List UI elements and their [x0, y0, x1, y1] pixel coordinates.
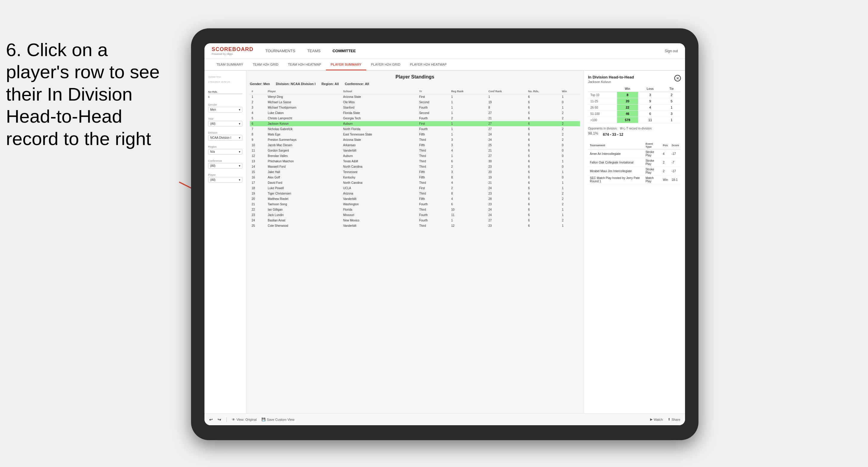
h2h-col-win: Win	[617, 86, 638, 92]
year-dropdown[interactable]: (All) ▾	[208, 121, 242, 127]
cell-player: Jack Lundin	[266, 213, 341, 218]
h2h-win: 46	[617, 111, 638, 117]
table-row[interactable]: 13 Phichakun Maichon Texas A&M Third 6 3…	[250, 159, 580, 164]
table-row[interactable]: 16 Alex Goff Kentucky Fifth 8 19 6 0	[250, 175, 580, 180]
share-btn[interactable]: ⬆ Share	[668, 417, 680, 421]
cell-conf-rank: 21	[487, 148, 526, 153]
table-row[interactable]: 12 Brendan Valles Auburn Third 1 27 6 0	[250, 153, 580, 159]
player-dropdown[interactable]: (All) ▾	[208, 177, 242, 183]
table-row[interactable]: 9 Preston Summerhays Arizona State Third…	[250, 137, 580, 143]
filters-sidebar: Update time: 27/03/2024 16:56:26 No Rds.…	[205, 71, 246, 413]
nav-sign-out[interactable]: Sign out	[665, 49, 678, 53]
table-row[interactable]: 6 Jackson Koivun Auburn First 1 27 6 2	[250, 121, 580, 127]
cell-win: 1	[560, 207, 580, 213]
cell-yr: Fifth	[417, 175, 449, 180]
cell-reg-rank: 1	[449, 132, 487, 137]
cell-rank: 18	[250, 186, 266, 191]
tab-team-summary[interactable]: TEAM SUMMARY	[212, 59, 248, 70]
cell-rank: 24	[250, 218, 266, 223]
cell-player: Luke Powell	[266, 186, 341, 191]
table-row[interactable]: 8 Mats Ege East Tennessee State Fifth 1 …	[250, 132, 580, 137]
cell-conf-rank: 23	[487, 164, 526, 169]
cell-player: Alex Goff	[266, 175, 341, 180]
redo-btn[interactable]: ↪	[218, 417, 221, 422]
col-reg-rank: Reg Rank	[449, 89, 487, 94]
conference-dropdown[interactable]: (All) ▾	[208, 163, 242, 168]
update-time-value: 27/03/2024 16:56:26	[208, 81, 242, 83]
table-row[interactable]: 25 Cole Sherwood Vanderbilt Third 12 23 …	[250, 223, 580, 228]
gender-dropdown[interactable]: Men ▾	[208, 107, 242, 113]
t-col-event-type: Event Type	[644, 142, 661, 150]
table-row[interactable]: 7 Nicholas Gabrelcik North Florida Fourt…	[250, 127, 580, 132]
col-win: Win	[560, 89, 580, 94]
conference-section: Conference (All) ▾	[208, 159, 242, 168]
undo-btn[interactable]: ↩	[209, 417, 213, 422]
cell-win: 2	[560, 127, 580, 132]
table-row[interactable]: 2 Michael La Sasse Ole Miss Second 1 19 …	[250, 100, 580, 105]
cell-player: Luke Claton	[266, 111, 341, 116]
slider-track[interactable]	[208, 93, 242, 94]
cell-school: Vanderbilt	[341, 223, 417, 228]
division-dropdown[interactable]: NCAA Division I ▾	[208, 135, 242, 141]
col-rank: #	[250, 89, 266, 94]
nav-teams[interactable]: TEAMS	[307, 48, 320, 54]
no-rds-value: 6	[208, 95, 242, 98]
table-header-row: # Player School Yr Reg Rank Conf Rank No…	[250, 89, 580, 94]
table-row[interactable]: 5 Christo Lamprecht Georgia Tech Fourth …	[250, 116, 580, 121]
h2h-title: In Division Head-to-Head	[588, 75, 634, 80]
table-row[interactable]: 11 Gordon Sargent Vanderbilt Third 4 21 …	[250, 148, 580, 153]
h2h-col-label	[588, 86, 617, 92]
table-row[interactable]: 14 Maxwell Ford North Carolina Third 2 2…	[250, 164, 580, 169]
cell-win: 2	[560, 111, 580, 116]
save-custom-view-btn[interactable]: 💾 Save Custom View	[261, 417, 294, 421]
tab-team-h2h-heatmap[interactable]: TEAM H2H HEATMAP	[283, 59, 326, 70]
table-row[interactable]: 10 Jacob Mac Diesen Arkansas Fifth 3 25 …	[250, 143, 580, 148]
table-row[interactable]: 20 Matthew Riedel Vanderbilt Fifth 4 28 …	[250, 196, 580, 202]
cell-reg-rank: 4	[449, 196, 487, 202]
cell-rank: 25	[250, 223, 266, 228]
standings-title: Player Standings	[250, 74, 580, 80]
cell-rank: 23	[250, 213, 266, 218]
tab-player-summary[interactable]: PLAYER SUMMARY	[326, 59, 366, 70]
tab-player-h2h-grid[interactable]: PLAYER H2H GRID	[366, 59, 405, 70]
cell-player: Ian Gilligan	[266, 207, 341, 213]
cell-yr: Third	[417, 223, 449, 228]
bottom-toolbar: ↩ ↪ | 👁 View: Original 💾 Save Custom Vie…	[205, 413, 685, 425]
region-value: N/a	[210, 150, 215, 153]
table-row[interactable]: 24 Bastian Amat New Mexico Fourth 1 27 6…	[250, 218, 580, 223]
table-row[interactable]: 15 Jake Hall Tennessee Fifth 3 20 6 1	[250, 169, 580, 175]
table-row[interactable]: 3 Michael Thorbjornsen Stanford Fourth 1…	[250, 105, 580, 111]
tab-player-h2h-heatmap[interactable]: PLAYER H2H HEATMAP	[405, 59, 451, 70]
cell-rank: 13	[250, 159, 266, 164]
cell-reg-rank: 1	[449, 218, 487, 223]
cell-reg-rank: 3	[449, 169, 487, 175]
h2h-panel: In Division Head-to-Head Jackson Koivun …	[584, 71, 685, 413]
cell-no-rds: 6	[526, 105, 560, 111]
table-row[interactable]: 21 Taehoon Song Washington Fourth 6 23 6…	[250, 202, 580, 207]
t-event-type: Match Play	[644, 176, 661, 184]
t-score: 18-1	[670, 176, 681, 184]
table-row[interactable]: 19 Tiger Christensen Arizona Third 8 23 …	[250, 191, 580, 196]
nav-tournaments[interactable]: TOURNAMENTS	[266, 48, 295, 54]
cell-no-rds: 6	[526, 137, 560, 143]
tab-team-h2h-grid[interactable]: TEAM H2H GRID	[248, 59, 283, 70]
gender-section: Gender Men ▾	[208, 103, 242, 113]
table-row[interactable]: 22 Ian Gilligan Florida Third 10 24 6 1	[250, 207, 580, 213]
cell-no-rds: 6	[526, 127, 560, 132]
table-row[interactable]: 18 Luke Powell UCLA First 2 24 6 1	[250, 186, 580, 191]
table-row[interactable]: 17 David Ford North Carolina Third 4 21 …	[250, 180, 580, 186]
view-original-btn[interactable]: 👁 View: Original	[232, 418, 257, 421]
region-dropdown[interactable]: N/a ▾	[208, 149, 242, 155]
cell-conf-rank: 19	[487, 175, 526, 180]
cell-school: Florida State	[341, 111, 417, 116]
nav-committee[interactable]: COMMITTEE	[333, 48, 356, 54]
tournament-row: Amer Ari Intercollegiate Stroke Play 4 -…	[588, 150, 681, 158]
table-row[interactable]: 23 Jack Lundin Missouri Fourth 11 24 6 1	[250, 213, 580, 218]
tournament-row: SEC Match Play hosted by Jerry Pate Roun…	[588, 176, 681, 184]
table-row[interactable]: 1 Wenyi Ding Arizona State First 1 1 6 1	[250, 94, 580, 100]
cell-reg-rank: 2	[449, 164, 487, 169]
watch-icon: ▶	[650, 417, 652, 421]
watch-btn[interactable]: ▶ Watch	[650, 417, 663, 421]
h2h-close-button[interactable]: ✕	[674, 75, 681, 82]
table-row[interactable]: 4 Luke Claton Florida State Second 1 27 …	[250, 111, 580, 116]
